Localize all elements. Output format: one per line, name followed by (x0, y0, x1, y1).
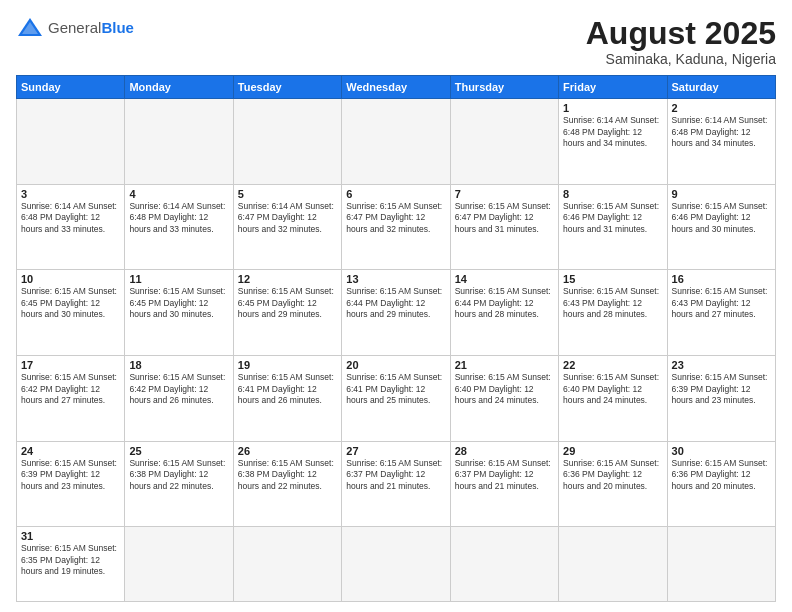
day-info: Sunrise: 6:15 AM Sunset: 6:46 PM Dayligh… (563, 201, 662, 235)
header-friday: Friday (559, 76, 667, 99)
table-row: 22Sunrise: 6:15 AM Sunset: 6:40 PM Dayli… (559, 356, 667, 442)
day-number: 11 (129, 273, 228, 285)
calendar-week-row: 31Sunrise: 6:15 AM Sunset: 6:35 PM Dayli… (17, 527, 776, 602)
table-row (125, 527, 233, 602)
logo-icon (16, 16, 44, 40)
weekday-header-row: Sunday Monday Tuesday Wednesday Thursday… (17, 76, 776, 99)
day-number: 13 (346, 273, 445, 285)
day-info: Sunrise: 6:15 AM Sunset: 6:44 PM Dayligh… (455, 286, 554, 320)
calendar-week-row: 24Sunrise: 6:15 AM Sunset: 6:39 PM Dayli… (17, 441, 776, 527)
day-number: 17 (21, 359, 120, 371)
table-row: 19Sunrise: 6:15 AM Sunset: 6:41 PM Dayli… (233, 356, 341, 442)
header-saturday: Saturday (667, 76, 775, 99)
day-number: 24 (21, 445, 120, 457)
day-number: 7 (455, 188, 554, 200)
day-number: 19 (238, 359, 337, 371)
table-row: 20Sunrise: 6:15 AM Sunset: 6:41 PM Dayli… (342, 356, 450, 442)
day-number: 29 (563, 445, 662, 457)
header-wednesday: Wednesday (342, 76, 450, 99)
day-info: Sunrise: 6:15 AM Sunset: 6:43 PM Dayligh… (563, 286, 662, 320)
day-info: Sunrise: 6:15 AM Sunset: 6:45 PM Dayligh… (21, 286, 120, 320)
day-info: Sunrise: 6:15 AM Sunset: 6:41 PM Dayligh… (238, 372, 337, 406)
day-info: Sunrise: 6:15 AM Sunset: 6:35 PM Dayligh… (21, 543, 120, 577)
day-number: 25 (129, 445, 228, 457)
table-row: 5Sunrise: 6:14 AM Sunset: 6:47 PM Daylig… (233, 184, 341, 270)
table-row: 8Sunrise: 6:15 AM Sunset: 6:46 PM Daylig… (559, 184, 667, 270)
day-number: 28 (455, 445, 554, 457)
table-row: 3Sunrise: 6:14 AM Sunset: 6:48 PM Daylig… (17, 184, 125, 270)
logo-general: GeneralBlue (48, 20, 134, 37)
table-row (125, 99, 233, 185)
day-number: 21 (455, 359, 554, 371)
table-row (342, 527, 450, 602)
day-info: Sunrise: 6:15 AM Sunset: 6:36 PM Dayligh… (672, 458, 771, 492)
day-info: Sunrise: 6:15 AM Sunset: 6:40 PM Dayligh… (563, 372, 662, 406)
day-number: 2 (672, 102, 771, 114)
table-row: 2Sunrise: 6:14 AM Sunset: 6:48 PM Daylig… (667, 99, 775, 185)
calendar-week-row: 10Sunrise: 6:15 AM Sunset: 6:45 PM Dayli… (17, 270, 776, 356)
calendar-title: August 2025 (586, 16, 776, 51)
day-number: 14 (455, 273, 554, 285)
table-row: 4Sunrise: 6:14 AM Sunset: 6:48 PM Daylig… (125, 184, 233, 270)
day-info: Sunrise: 6:15 AM Sunset: 6:38 PM Dayligh… (238, 458, 337, 492)
day-info: Sunrise: 6:15 AM Sunset: 6:38 PM Dayligh… (129, 458, 228, 492)
table-row: 29Sunrise: 6:15 AM Sunset: 6:36 PM Dayli… (559, 441, 667, 527)
table-row (559, 527, 667, 602)
table-row: 13Sunrise: 6:15 AM Sunset: 6:44 PM Dayli… (342, 270, 450, 356)
table-row: 18Sunrise: 6:15 AM Sunset: 6:42 PM Dayli… (125, 356, 233, 442)
table-row: 25Sunrise: 6:15 AM Sunset: 6:38 PM Dayli… (125, 441, 233, 527)
table-row: 26Sunrise: 6:15 AM Sunset: 6:38 PM Dayli… (233, 441, 341, 527)
table-row: 6Sunrise: 6:15 AM Sunset: 6:47 PM Daylig… (342, 184, 450, 270)
day-number: 16 (672, 273, 771, 285)
day-info: Sunrise: 6:14 AM Sunset: 6:48 PM Dayligh… (672, 115, 771, 149)
table-row: 23Sunrise: 6:15 AM Sunset: 6:39 PM Dayli… (667, 356, 775, 442)
day-number: 22 (563, 359, 662, 371)
table-row: 7Sunrise: 6:15 AM Sunset: 6:47 PM Daylig… (450, 184, 558, 270)
day-number: 27 (346, 445, 445, 457)
title-block: August 2025 Saminaka, Kaduna, Nigeria (586, 16, 776, 67)
calendar-body: 1Sunrise: 6:14 AM Sunset: 6:48 PM Daylig… (17, 99, 776, 602)
table-row (233, 527, 341, 602)
table-row: 12Sunrise: 6:15 AM Sunset: 6:45 PM Dayli… (233, 270, 341, 356)
day-number: 20 (346, 359, 445, 371)
day-info: Sunrise: 6:15 AM Sunset: 6:42 PM Dayligh… (21, 372, 120, 406)
table-row: 14Sunrise: 6:15 AM Sunset: 6:44 PM Dayli… (450, 270, 558, 356)
logo: GeneralBlue (16, 16, 134, 40)
day-info: Sunrise: 6:15 AM Sunset: 6:36 PM Dayligh… (563, 458, 662, 492)
table-row (667, 527, 775, 602)
day-number: 5 (238, 188, 337, 200)
table-row: 31Sunrise: 6:15 AM Sunset: 6:35 PM Dayli… (17, 527, 125, 602)
calendar-table: Sunday Monday Tuesday Wednesday Thursday… (16, 75, 776, 602)
table-row (450, 527, 558, 602)
day-info: Sunrise: 6:15 AM Sunset: 6:44 PM Dayligh… (346, 286, 445, 320)
day-info: Sunrise: 6:15 AM Sunset: 6:45 PM Dayligh… (238, 286, 337, 320)
table-row (17, 99, 125, 185)
day-info: Sunrise: 6:15 AM Sunset: 6:45 PM Dayligh… (129, 286, 228, 320)
day-number: 10 (21, 273, 120, 285)
table-row: 9Sunrise: 6:15 AM Sunset: 6:46 PM Daylig… (667, 184, 775, 270)
day-info: Sunrise: 6:14 AM Sunset: 6:48 PM Dayligh… (563, 115, 662, 149)
table-row: 16Sunrise: 6:15 AM Sunset: 6:43 PM Dayli… (667, 270, 775, 356)
day-info: Sunrise: 6:15 AM Sunset: 6:37 PM Dayligh… (346, 458, 445, 492)
table-row: 10Sunrise: 6:15 AM Sunset: 6:45 PM Dayli… (17, 270, 125, 356)
table-row (342, 99, 450, 185)
header-monday: Monday (125, 76, 233, 99)
day-info: Sunrise: 6:14 AM Sunset: 6:47 PM Dayligh… (238, 201, 337, 235)
table-row: 1Sunrise: 6:14 AM Sunset: 6:48 PM Daylig… (559, 99, 667, 185)
day-info: Sunrise: 6:15 AM Sunset: 6:47 PM Dayligh… (346, 201, 445, 235)
day-number: 6 (346, 188, 445, 200)
day-number: 23 (672, 359, 771, 371)
day-number: 15 (563, 273, 662, 285)
day-number: 12 (238, 273, 337, 285)
day-number: 3 (21, 188, 120, 200)
calendar-subtitle: Saminaka, Kaduna, Nigeria (586, 51, 776, 67)
day-info: Sunrise: 6:15 AM Sunset: 6:37 PM Dayligh… (455, 458, 554, 492)
day-number: 26 (238, 445, 337, 457)
page: GeneralBlue August 2025 Saminaka, Kaduna… (0, 0, 792, 612)
table-row (450, 99, 558, 185)
header-tuesday: Tuesday (233, 76, 341, 99)
day-info: Sunrise: 6:14 AM Sunset: 6:48 PM Dayligh… (129, 201, 228, 235)
table-row: 28Sunrise: 6:15 AM Sunset: 6:37 PM Dayli… (450, 441, 558, 527)
table-row: 24Sunrise: 6:15 AM Sunset: 6:39 PM Dayli… (17, 441, 125, 527)
table-row: 15Sunrise: 6:15 AM Sunset: 6:43 PM Dayli… (559, 270, 667, 356)
